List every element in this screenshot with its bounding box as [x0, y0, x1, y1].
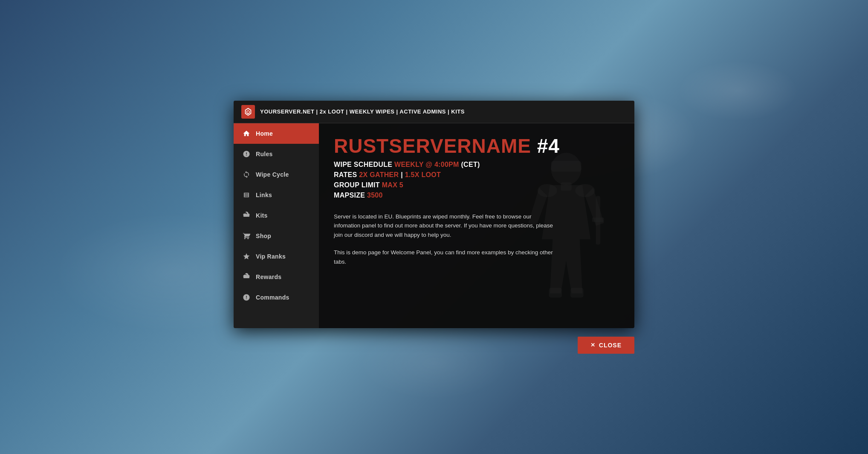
wipe-value: WEEKLY [394, 161, 424, 168]
sidebar-item-kits[interactable]: Kits [234, 205, 319, 226]
sidebar-item-rewards[interactable]: Rewards [234, 267, 319, 287]
rates-label: RATES [334, 171, 357, 178]
server-number: #4 [537, 135, 560, 157]
panel: YOURSERVER.NET | 2x LOOT | WEEKLY WIPES … [234, 101, 634, 328]
sidebar-label-links: Links [256, 192, 272, 198]
rates-loot: 1.5x LOOT [405, 171, 441, 178]
svg-rect-6 [549, 288, 561, 297]
wipe-icon [242, 170, 251, 179]
commands-icon [242, 293, 251, 302]
wipe-tz: (CET) [461, 161, 480, 168]
sidebar-item-commands[interactable]: Commands [234, 287, 319, 308]
sidebar-label-shop: Shop [256, 233, 271, 239]
server-title: RUSTSERVERNAME #4 [334, 136, 619, 156]
sidebar-item-wipe-cycle[interactable]: Wipe Cycle [234, 164, 319, 185]
rules-icon [242, 150, 251, 158]
rates-gather: 2x GATHER [359, 171, 399, 178]
sidebar-item-shop[interactable]: Shop [234, 226, 319, 246]
wipe-label: WIPE SCHEDULE [334, 161, 392, 168]
server-logo [241, 105, 255, 119]
sidebar-label-vip-ranks: Vip Ranks [256, 253, 286, 260]
content-inner: RUSTSERVERNAME #4 WIPE SCHEDULE WEEKLY @… [334, 136, 619, 267]
group-limit-line: GROUP LIMIT MAX 5 [334, 181, 619, 189]
sidebar-label-wipe-cycle: Wipe Cycle [256, 171, 289, 178]
rates-line: RATES 2x GATHER | 1.5x LOOT [334, 171, 619, 179]
rewards-icon [242, 273, 251, 281]
links-icon [242, 191, 251, 199]
sidebar-item-links[interactable]: Links [234, 185, 319, 205]
close-btn-area: ✕ CLOSE [234, 337, 634, 354]
shop-icon [242, 232, 251, 240]
vip-icon [242, 252, 251, 261]
sidebar-label-rules: Rules [256, 151, 273, 157]
sidebar-label-kits: Kits [256, 212, 268, 219]
server-description: Server is located in EU. Blueprints are … [334, 212, 556, 267]
sidebar-label-commands: Commands [256, 294, 289, 301]
group-value: MAX 5 [382, 181, 403, 189]
overlay-container: YOURSERVER.NET | 2x LOOT | WEEKLY WIPES … [0, 0, 868, 454]
sidebar-item-rules[interactable]: Rules [234, 144, 319, 164]
mapsize-line: MAPSIZE 3500 [334, 192, 619, 199]
kits-icon [242, 211, 251, 220]
close-button[interactable]: ✕ CLOSE [578, 337, 634, 354]
map-value: 3500 [367, 192, 383, 199]
panel-body: Home Rules Wipe Cycle [234, 123, 634, 328]
sidebar-label-home: Home [256, 130, 273, 137]
main-content: RUSTSERVERNAME #4 WIPE SCHEDULE WEEKLY @… [319, 123, 634, 328]
rates-sep: | [401, 171, 403, 178]
map-label: MAPSIZE [334, 192, 365, 199]
sidebar-item-vip-ranks[interactable]: Vip Ranks [234, 246, 319, 267]
header-title: YOURSERVER.NET | 2x LOOT | WEEKLY WIPES … [260, 108, 465, 115]
close-label: CLOSE [599, 342, 622, 349]
rust-logo-icon [243, 107, 253, 116]
description-para-2: This is demo page for Welcome Panel, you… [334, 248, 556, 266]
sidebar: Home Rules Wipe Cycle [234, 123, 319, 328]
panel-header: YOURSERVER.NET | 2x LOOT | WEEKLY WIPES … [234, 101, 634, 123]
sidebar-label-rewards: Rewards [256, 274, 281, 280]
description-para-1: Server is located in EU. Blueprints are … [334, 212, 556, 240]
close-x-icon: ✕ [590, 342, 596, 348]
group-label: GROUP LIMIT [334, 181, 380, 189]
wipe-schedule-line: WIPE SCHEDULE WEEKLY @ 4:00PM (CET) [334, 161, 619, 169]
svg-rect-7 [570, 288, 583, 297]
sidebar-item-home[interactable]: Home [234, 123, 319, 144]
server-name-text: RUSTSERVERNAME [334, 135, 531, 157]
wipe-time: @ 4:00PM [425, 161, 459, 168]
home-icon [242, 129, 251, 138]
